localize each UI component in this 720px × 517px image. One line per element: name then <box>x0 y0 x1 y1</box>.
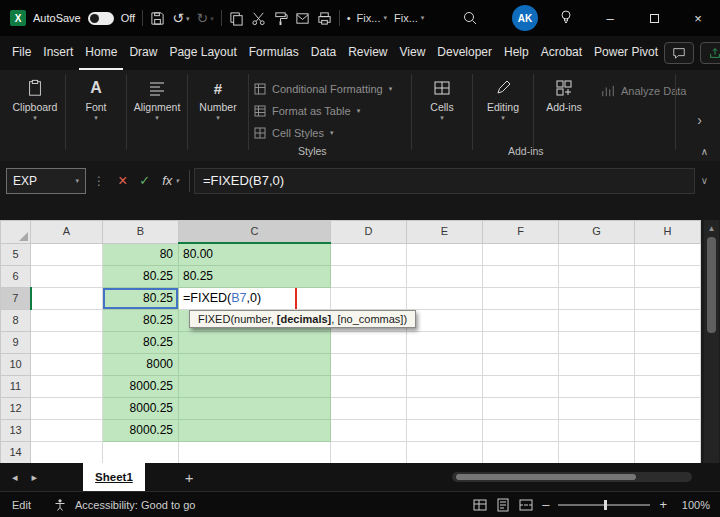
autosave-toggle[interactable] <box>88 12 114 25</box>
tab-insert[interactable]: Insert <box>37 36 79 70</box>
cell-A11[interactable] <box>31 376 103 398</box>
cell-F8[interactable] <box>483 310 559 332</box>
cell-D5[interactable] <box>331 243 407 266</box>
redo-button[interactable]: ↻▾ <box>196 11 213 25</box>
tab-review[interactable]: Review <box>342 36 393 70</box>
cell-styles-button[interactable]: Cell Styles▾ <box>254 122 406 143</box>
cell-E7[interactable] <box>407 288 483 310</box>
row-header-5[interactable]: 5 <box>1 243 31 266</box>
row-header-14[interactable]: 14 <box>1 442 31 464</box>
cell-H7[interactable] <box>635 288 701 310</box>
cell-G12[interactable] <box>559 398 635 420</box>
cell-D7[interactable] <box>331 288 407 310</box>
cell-H11[interactable] <box>635 376 701 398</box>
cell-C6[interactable]: 80.25 <box>179 266 331 288</box>
cancel-button[interactable]: × <box>118 173 127 189</box>
format-painter-button[interactable] <box>273 11 288 26</box>
search-icon[interactable] <box>462 10 478 26</box>
cell-D6[interactable] <box>331 266 407 288</box>
cell-F9[interactable] <box>483 332 559 354</box>
comments-button[interactable] <box>664 42 694 64</box>
col-header-E[interactable]: E <box>407 221 483 244</box>
cell-H8[interactable] <box>635 310 701 332</box>
cell-G11[interactable] <box>559 376 635 398</box>
cell-D9[interactable] <box>331 332 407 354</box>
cell-H12[interactable] <box>635 398 701 420</box>
row-header-7[interactable]: 7 <box>1 288 31 310</box>
minimize-button[interactable]: – <box>588 0 632 36</box>
cell-D13[interactable] <box>331 420 407 442</box>
cell-B7-referenced[interactable]: 80.25 <box>103 288 179 310</box>
cell-B6[interactable]: 80.25 <box>103 266 179 288</box>
cell-G9[interactable] <box>559 332 635 354</box>
cell-F10[interactable] <box>483 354 559 376</box>
tab-formulas[interactable]: Formulas <box>243 36 305 70</box>
tab-home[interactable]: Home <box>79 36 123 70</box>
cell-G6[interactable] <box>559 266 635 288</box>
zoom-in-button[interactable]: + <box>659 497 667 512</box>
collapse-ribbon-icon[interactable]: ∧ <box>701 146 708 157</box>
zoom-out-button[interactable]: – <box>542 497 549 512</box>
tab-help[interactable]: Help <box>498 36 535 70</box>
row-header-9[interactable]: 9 <box>1 332 31 354</box>
cell-A10[interactable] <box>31 354 103 376</box>
cell-H13[interactable] <box>635 420 701 442</box>
print-button[interactable] <box>317 11 332 26</box>
sheet-nav-left-icon[interactable]: ◂ <box>12 471 18 484</box>
tab-power-pivot[interactable]: Power Pivot <box>588 36 664 70</box>
cell-D12[interactable] <box>331 398 407 420</box>
scroll-up-icon[interactable]: ▲ <box>708 220 716 233</box>
cell-G14[interactable] <box>559 442 635 464</box>
cell-B10[interactable]: 8000 <box>103 354 179 376</box>
row-header-13[interactable]: 13 <box>1 420 31 442</box>
cell-B12[interactable]: 8000.25 <box>103 398 179 420</box>
cell-C13[interactable] <box>179 420 331 442</box>
cell-A6[interactable] <box>31 266 103 288</box>
tab-file[interactable]: File <box>6 36 37 70</box>
account-avatar[interactable]: AK <box>512 5 538 31</box>
enter-button[interactable]: ✓ <box>139 173 150 188</box>
insert-function-button[interactable]: fx▾ <box>162 173 179 188</box>
cell-E8[interactable] <box>407 310 483 332</box>
cell-C12[interactable] <box>179 398 331 420</box>
expand-formula-bar-icon[interactable]: ∨ <box>701 175 708 186</box>
cell-F12[interactable] <box>483 398 559 420</box>
cell-D14[interactable] <box>331 442 407 464</box>
cell-B5[interactable]: 80 <box>103 243 179 266</box>
cell-C7-editing[interactable]: =FIXED(B7,0) <box>179 288 331 310</box>
cell-C14[interactable] <box>179 442 331 464</box>
cell-E12[interactable] <box>407 398 483 420</box>
cell-A12[interactable] <box>31 398 103 420</box>
cell-H14[interactable] <box>635 442 701 464</box>
cell-E6[interactable] <box>407 266 483 288</box>
cell-H9[interactable] <box>635 332 701 354</box>
cell-F13[interactable] <box>483 420 559 442</box>
cell-A8[interactable] <box>31 310 103 332</box>
cell-B14[interactable] <box>103 442 179 464</box>
col-header-A[interactable]: A <box>31 221 103 244</box>
tab-developer[interactable]: Developer <box>431 36 498 70</box>
accessibility-status[interactable]: Accessibility: Good to go <box>75 499 195 511</box>
number-group-button[interactable]: # Number▾ <box>193 76 243 121</box>
zoom-slider[interactable] <box>558 504 650 506</box>
fix-dropdown-1[interactable]: • Fix...▾ <box>347 12 387 24</box>
cell-H5[interactable] <box>635 243 701 266</box>
tab-view[interactable]: View <box>394 36 432 70</box>
maximize-button[interactable] <box>632 0 676 36</box>
col-header-F[interactable]: F <box>483 221 559 244</box>
cell-B13[interactable]: 8000.25 <box>103 420 179 442</box>
row-header-8[interactable]: 8 <box>1 310 31 332</box>
col-header-B[interactable]: B <box>103 221 179 244</box>
tab-data[interactable]: Data <box>305 36 342 70</box>
ribbon-more-button[interactable]: › <box>697 112 702 128</box>
cell-F11[interactable] <box>483 376 559 398</box>
page-layout-view-button[interactable] <box>496 498 510 512</box>
vertical-scrollbar[interactable]: ▲ <box>704 220 719 463</box>
cell-E5[interactable] <box>407 243 483 266</box>
tab-acrobat[interactable]: Acrobat <box>535 36 588 70</box>
font-group-button[interactable]: A Font▾ <box>71 76 121 121</box>
horizontal-scrollbar[interactable] <box>452 472 692 482</box>
cell-A14[interactable] <box>31 442 103 464</box>
close-button[interactable]: × <box>676 0 720 36</box>
col-header-G[interactable]: G <box>559 221 635 244</box>
